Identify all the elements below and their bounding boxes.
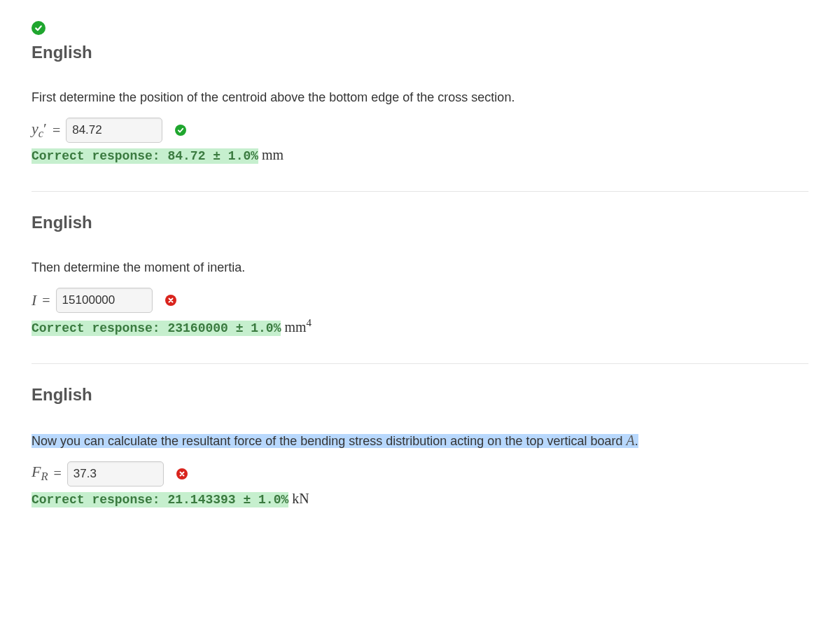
cross-icon [176, 468, 188, 479]
correct-response: Correct response: 84.72 ± 1.0% mm [31, 147, 808, 163]
question-block: EnglishNow you can calculate the resulta… [31, 385, 808, 535]
unit-label: mm [258, 147, 284, 162]
answer-row: I= [31, 288, 808, 313]
question-block: EnglishFirst determine the position of t… [31, 43, 808, 192]
question-block: EnglishThen determine the moment of iner… [31, 213, 808, 364]
unit-label: mm4 [281, 319, 312, 335]
correct-response: Correct response: 21.143393 ± 1.0% kN [31, 491, 808, 507]
language-heading: English [31, 43, 808, 62]
answer-input[interactable] [56, 288, 153, 313]
equals-sign: = [54, 465, 62, 482]
page-status [31, 21, 808, 36]
correct-response: Correct response: 23160000 ± 1.0% mm4 [31, 317, 808, 335]
answer-input[interactable] [67, 461, 164, 486]
check-icon [31, 21, 46, 35]
language-heading: English [31, 213, 808, 232]
answer-input[interactable] [66, 118, 162, 143]
variable-symbol: FR [31, 463, 48, 484]
variable-symbol: I [31, 291, 36, 309]
question-prompt: Then determine the moment of inertia. [31, 260, 808, 275]
question-prompt: Now you can calculate the resultant forc… [31, 433, 808, 449]
answer-row: yc′= [31, 118, 808, 143]
question-prompt: First determine the position of the cent… [31, 90, 808, 105]
equals-sign: = [52, 122, 60, 139]
variable-symbol: yc′ [31, 120, 47, 141]
answer-row: FR= [31, 461, 808, 486]
check-icon [175, 125, 186, 136]
language-heading: English [31, 385, 808, 405]
cross-icon [165, 295, 176, 306]
equals-sign: = [42, 293, 50, 309]
unit-label: kN [288, 491, 309, 506]
